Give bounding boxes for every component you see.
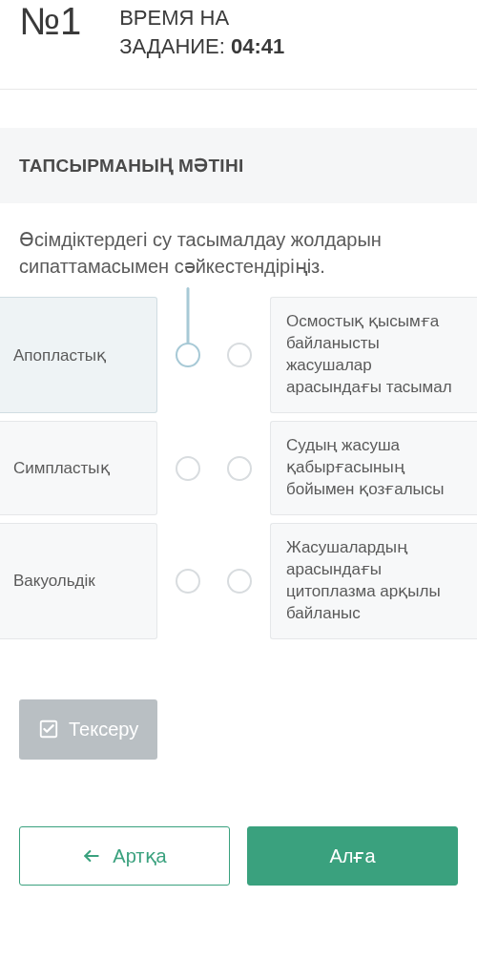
check-button-label: Тексеру [69, 719, 138, 740]
left-option-label: Апопластық [13, 345, 106, 365]
left-endpoint-circle[interactable] [176, 569, 200, 594]
back-button[interactable]: Артқа [19, 826, 230, 886]
right-endpoint-circle[interactable] [227, 343, 252, 367]
left-endpoint-circle[interactable] [176, 456, 200, 481]
timer-label-2: ЗАДАНИЕ: [119, 34, 225, 58]
timer-block: ВРЕМЯ НА ЗАДАНИЕ: 04:41 [119, 4, 284, 60]
right-option-label: Осмостық қысымға байланысты жасушалар ар… [286, 311, 462, 399]
left-option-apoplast[interactable]: Апопластық [0, 297, 157, 413]
connector-line [187, 287, 190, 344]
right-endpoint-circle[interactable] [227, 456, 252, 481]
right-option-cellwall[interactable]: Судың жасуша қабырғасының бойымен қозғал… [270, 421, 477, 515]
right-option-label: Жасушалардың арасындағы цитоплазма арқыл… [286, 537, 462, 625]
right-option-cytoplasm[interactable]: Жасушалардың арасындағы цитоплазма арқыл… [270, 523, 477, 639]
left-connector-col [167, 523, 209, 639]
forward-button-label: Алға [329, 844, 375, 867]
forward-button[interactable]: Алға [247, 826, 458, 886]
right-connector-col [218, 421, 260, 515]
left-connector-col [167, 421, 209, 515]
nav-buttons: Артқа Алға [0, 826, 477, 886]
left-endpoint-circle-active[interactable] [176, 343, 200, 367]
task-section-title: ТАПСЫРМАНЫҢ МӘТІНІ [19, 155, 458, 177]
left-option-label: Вакуольдік [13, 572, 95, 591]
left-option-vacuolar[interactable]: Вакуольдік [0, 523, 157, 639]
check-button[interactable]: Тексеру [19, 699, 157, 760]
connector-wrap [176, 343, 200, 367]
header-bar: №1 ВРЕМЯ НА ЗАДАНИЕ: 04:41 [0, 0, 477, 79]
left-option-label: Симпластық [13, 458, 110, 478]
task-prompt: Өсімдіктердегі су тасымалдау жолдарын си… [0, 203, 477, 297]
left-option-symplast[interactable]: Симпластық [0, 421, 157, 515]
right-endpoint-circle[interactable] [227, 569, 252, 594]
match-row: Апопластық Осмостық қысымға байланысты ж… [0, 297, 477, 413]
left-connector-col [167, 297, 209, 413]
right-connector-col [218, 523, 260, 639]
question-number: №1 [19, 0, 81, 43]
arrow-left-icon [82, 846, 101, 865]
right-connector-col [218, 297, 260, 413]
timer-value: 04:41 [231, 34, 284, 58]
back-button-label: Артқа [113, 844, 166, 867]
timer-label-1: ВРЕМЯ НА [119, 6, 229, 30]
task-section-header: ТАПСЫРМАНЫҢ МӘТІНІ [0, 128, 477, 203]
match-row: Вакуольдік Жасушалардың арасындағы цитоп… [0, 523, 477, 639]
right-option-label: Судың жасуша қабырғасының бойымен қозғал… [286, 435, 462, 501]
matching-area: Апопластық Осмостық қысымға байланысты ж… [0, 297, 477, 646]
match-row: Симпластық Судың жасуша қабырғасының бой… [0, 421, 477, 515]
right-option-osmotic[interactable]: Осмостық қысымға байланысты жасушалар ар… [270, 297, 477, 413]
check-icon [38, 719, 59, 740]
divider [0, 89, 477, 90]
